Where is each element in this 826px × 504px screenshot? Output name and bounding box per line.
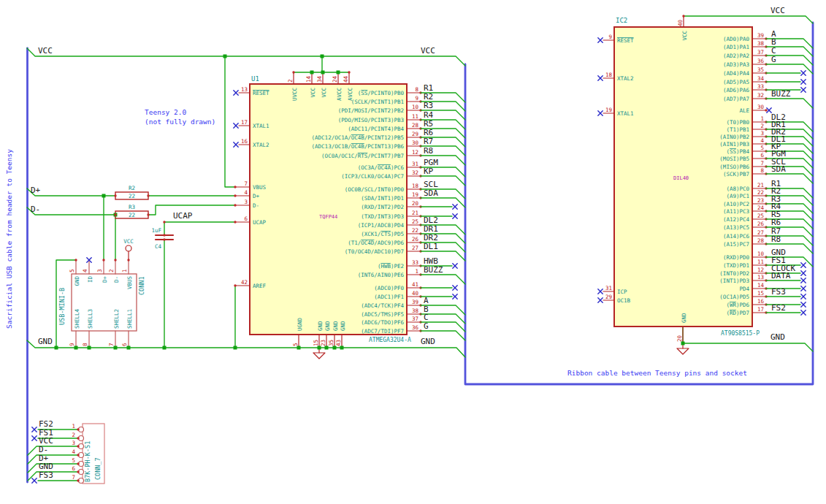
- pin-name: UCAP: [253, 219, 267, 226]
- pin-name: UGND: [297, 317, 303, 331]
- pin-number: 35: [757, 66, 764, 73]
- pin-name: (INT1)PD3: [719, 278, 749, 284]
- pin-number: 2: [72, 432, 75, 438]
- pin-number: 38: [757, 40, 765, 47]
- pin-name: (ADC1)PF1: [374, 294, 404, 300]
- pin-name: (TXD)PD1: [723, 262, 749, 269]
- wire-end-dot: [147, 213, 149, 215]
- pin-name: GND: [332, 321, 339, 331]
- power-port-circle: [126, 245, 131, 251]
- net-label: VCC: [770, 6, 785, 15]
- junction-dot: [340, 346, 344, 350]
- pin-number: 4: [244, 189, 248, 196]
- junction-dot: [318, 346, 321, 350]
- pin-number: 18: [412, 183, 419, 189]
- pin-number: 31: [412, 161, 418, 167]
- pin-name: (SS)PB4: [726, 148, 749, 155]
- pin-name: (A8)PC0: [726, 186, 749, 192]
- ic-reference: U1: [251, 75, 259, 83]
- pin-number: 15: [313, 340, 319, 346]
- pin-name: XTAL1: [617, 110, 634, 117]
- pin-name: (T1/OC4D/ADC9)PD6: [348, 240, 404, 246]
- pin-number: 27: [412, 245, 418, 251]
- pin-number: 12: [757, 267, 764, 273]
- pin-name: XTAL2: [253, 142, 269, 148]
- pin-name: (AD6)PA6: [723, 87, 750, 93]
- pin-number: 15: [757, 290, 764, 297]
- wire-end-dot: [77, 454, 79, 456]
- pin-name: PD4: [739, 286, 749, 292]
- pin-name: SHELL3: [87, 309, 93, 329]
- pin-number: 1: [415, 268, 418, 275]
- pin-number: 17: [757, 306, 764, 313]
- junction-dot: [234, 346, 237, 350]
- pin-number: 20: [412, 200, 419, 207]
- pin-name: (A14)PC6: [723, 233, 750, 240]
- pin-number: 25: [412, 218, 418, 225]
- net-label: VCC: [38, 46, 53, 56]
- pin-name: GND: [74, 276, 80, 286]
- wire-end-dot: [292, 71, 294, 73]
- junction-dot: [321, 55, 324, 58]
- pin-name: (AD4)PA4: [723, 70, 750, 77]
- pin-number: 36: [412, 324, 419, 331]
- pin-number: 1: [760, 115, 764, 122]
- wire-end-dot: [114, 213, 116, 215]
- pin-number: 28: [412, 122, 419, 129]
- pin-number: 8: [760, 167, 764, 174]
- pin-name: (OC1A)PD5: [719, 294, 749, 300]
- pin-name: (ADC11/PCINT4)PB4: [348, 126, 404, 132]
- pin-number: 2: [108, 269, 115, 272]
- pin-name: VCC: [321, 88, 327, 98]
- net-label: UCAP: [173, 211, 193, 221]
- pin-number: 13: [757, 274, 764, 280]
- pin-number: 40: [412, 290, 419, 297]
- pin-name: (ADC4/TCK)PF4: [361, 302, 404, 309]
- pin-number: 2: [287, 79, 294, 83]
- pin-number: 14: [305, 75, 312, 83]
- pin-name: AVCC: [336, 88, 343, 101]
- pin-number: 22: [412, 227, 418, 234]
- pin-name: GND: [681, 313, 687, 323]
- pin-name: (ADC0)PF0: [374, 285, 404, 291]
- junction-dot: [297, 346, 301, 350]
- net-label: G: [424, 321, 429, 331]
- pin-number: 38: [412, 308, 419, 314]
- pin-number: 39: [412, 299, 418, 305]
- pin-name: VBUS: [253, 184, 267, 191]
- pin-number: 40: [677, 19, 684, 26]
- pin-name: VCC: [681, 31, 688, 41]
- net-label: R8: [771, 234, 781, 244]
- pin-number: 11: [757, 259, 764, 265]
- pin-number: 3: [244, 199, 248, 205]
- junction-dot: [325, 346, 329, 350]
- wire-end-dot: [102, 259, 104, 261]
- ground-symbol-icon: [313, 353, 325, 359]
- resistor-value: 22: [129, 212, 135, 218]
- pin-name: GND: [324, 321, 331, 331]
- pin-name: ID: [87, 276, 93, 283]
- capacitor-reference: C4: [155, 243, 162, 250]
- net-label: D-: [31, 205, 40, 214]
- wire-end-dot: [77, 470, 79, 473]
- wire-end-dot: [77, 437, 79, 439]
- pin-number: 6: [760, 152, 764, 159]
- pin-number: 7: [760, 160, 764, 167]
- wire: [421, 198, 465, 207]
- pin-number: 7: [72, 474, 75, 481]
- pin-number: 9: [608, 34, 612, 40]
- net-label: GND: [770, 332, 785, 342]
- pin-number: 3: [760, 130, 764, 137]
- pin-name: (AD2)PA2: [723, 53, 749, 59]
- pin-number: 19: [605, 107, 612, 113]
- pin-name: (T0)PB0: [726, 119, 749, 126]
- pin-number: 24: [332, 75, 338, 83]
- pin-name: (OC0B/SCL/INT0)PD0: [345, 186, 405, 193]
- pin-name: (TXD/INT3)PD3: [361, 213, 404, 220]
- pin-number: 39: [757, 32, 764, 39]
- pin-number: 16: [757, 298, 765, 305]
- pin-number: 37: [757, 49, 764, 56]
- pin-name: (SDA/INT1)PD1: [361, 195, 404, 202]
- net-label: SDA: [424, 188, 438, 198]
- pin-name: (AD0)PA0: [723, 36, 750, 42]
